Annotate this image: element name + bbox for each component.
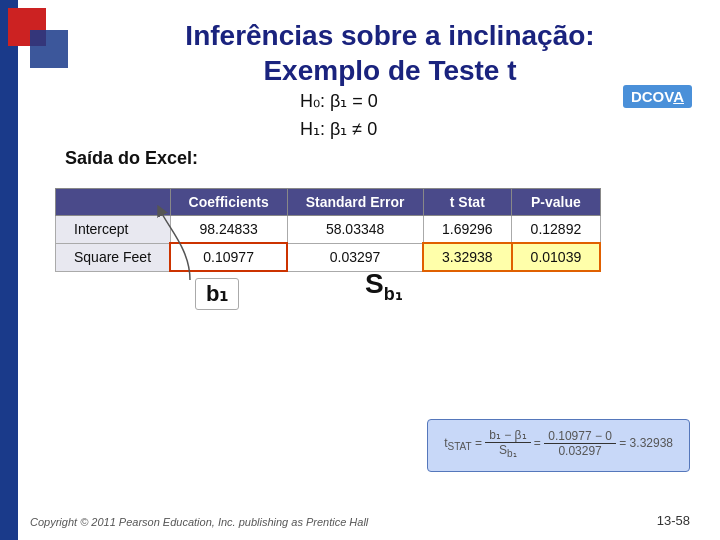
formula-denominator: Sb₁ [485, 443, 530, 459]
cell-sf-coef: 0.10977 [170, 243, 287, 271]
formula-val1: 0.10977 − 0 [544, 429, 616, 444]
formula-fraction: b₁ − β₁ Sb₁ [485, 435, 534, 449]
formula-result: = 3.32938 [619, 435, 673, 449]
cell-sf-tstat: 3.32938 [423, 243, 512, 271]
col-header-p-value: P-value [512, 189, 601, 216]
row-label-intercept: Intercept [56, 216, 171, 244]
cell-sf-pval: 0.01039 [512, 243, 601, 271]
cell-intercept-tstat: 1.69296 [423, 216, 512, 244]
formula-numerator: b₁ − β₁ [485, 428, 530, 443]
formula-tstat-sub: STAT [447, 441, 471, 452]
table-row-squarefeet: Square Feet 0.10977 0.03297 3.32938 0.01… [56, 243, 601, 271]
sb1-s: S [365, 268, 384, 299]
saida-label: Saída do Excel: [65, 148, 198, 169]
title-line1: Inferências sobre a inclinação: [80, 18, 700, 53]
left-accent-bar [0, 0, 18, 540]
col-header-standard-error: Standard Error [287, 189, 423, 216]
h0-formula: H₀: β₁ = 0 [300, 88, 378, 116]
col-header-empty [56, 189, 171, 216]
copyright-text: Copyright © 2011 Pearson Education, Inc.… [30, 516, 368, 528]
page-number: 13-58 [657, 513, 690, 528]
dcova-a: A [673, 88, 684, 105]
hypotheses-block: H₀: β₁ = 0 H₁: β₁ ≠ 0 [300, 88, 378, 144]
dcova-text: DCOV [631, 88, 673, 105]
col-header-t-stat: t Stat [423, 189, 512, 216]
decorative-squares [0, 0, 80, 80]
title-line2: Exemplo de Teste t [80, 53, 700, 88]
formula-val2: 0.03297 [544, 444, 616, 458]
formula-equals1: = [475, 435, 485, 449]
sb1-subscript: b₁ [384, 284, 402, 304]
sb1-annotation: Sb₁ [365, 268, 402, 305]
excel-table: Coefficients Standard Error t Stat P-val… [55, 188, 601, 272]
b1-annotation: b₁ [195, 278, 239, 310]
table-row-intercept: Intercept 98.24833 58.03348 1.69296 0.12… [56, 216, 601, 244]
dcova-badge: DCOVA [623, 85, 692, 108]
cell-intercept-coef: 98.24833 [170, 216, 287, 244]
cell-intercept-se: 58.03348 [287, 216, 423, 244]
h1-formula: H₁: β₁ ≠ 0 [300, 116, 378, 144]
formula-equals2: = [534, 435, 544, 449]
cell-sf-se: 0.03297 [287, 243, 423, 271]
blue-square [30, 30, 68, 68]
row-label-squarefeet: Square Feet [56, 243, 171, 271]
cell-intercept-pval: 0.12892 [512, 216, 601, 244]
slide-title: Inferências sobre a inclinação: Exemplo … [80, 18, 700, 88]
col-header-coefficients: Coefficients [170, 189, 287, 216]
formula-box: tSTAT = b₁ − β₁ Sb₁ = 0.10977 − 0 0.0329… [427, 419, 690, 472]
